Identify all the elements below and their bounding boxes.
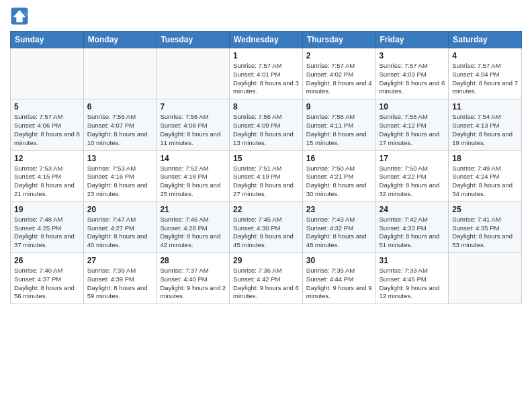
calendar-cell: 16Sunrise: 7:50 AM Sunset: 4:21 PM Dayli… [302, 150, 375, 201]
day-info: Sunrise: 7:42 AM Sunset: 4:33 PM Dayligh… [380, 216, 445, 250]
calendar-cell: 6Sunrise: 7:56 AM Sunset: 4:07 PM Daylig… [83, 99, 157, 150]
day-info: Sunrise: 7:56 AM Sunset: 4:07 PM Dayligh… [87, 113, 153, 147]
calendar-cell: 23Sunrise: 7:43 AM Sunset: 4:32 PM Dayli… [302, 201, 375, 253]
day-info: Sunrise: 7:35 AM Sunset: 4:44 PM Dayligh… [306, 267, 372, 301]
day-number: 10 [380, 102, 445, 111]
calendar-cell: 28Sunrise: 7:37 AM Sunset: 4:40 PM Dayli… [157, 253, 230, 304]
day-number: 27 [87, 256, 153, 265]
calendar-cell: 8Sunrise: 7:56 AM Sunset: 4:09 PM Daylig… [230, 99, 303, 150]
day-number: 24 [380, 205, 445, 214]
calendar-cell: 11Sunrise: 7:54 AM Sunset: 4:13 PM Dayli… [449, 99, 522, 150]
day-info: Sunrise: 7:56 AM Sunset: 4:09 PM Dayligh… [233, 113, 299, 147]
day-number: 11 [452, 102, 518, 111]
calendar-cell [157, 48, 230, 99]
day-number: 1 [233, 51, 299, 60]
day-info: Sunrise: 7:57 AM Sunset: 4:04 PM Dayligh… [452, 62, 518, 96]
calendar-week-row: 12Sunrise: 7:53 AM Sunset: 4:15 PM Dayli… [11, 150, 522, 201]
day-info: Sunrise: 7:57 AM Sunset: 4:02 PM Dayligh… [306, 62, 372, 96]
day-number: 9 [306, 102, 372, 111]
day-number: 12 [14, 154, 80, 163]
day-number: 7 [160, 102, 226, 111]
calendar-cell: 13Sunrise: 7:53 AM Sunset: 4:16 PM Dayli… [83, 150, 157, 201]
day-info: Sunrise: 7:41 AM Sunset: 4:35 PM Dayligh… [452, 216, 518, 250]
calendar-cell [83, 48, 157, 99]
day-info: Sunrise: 7:52 AM Sunset: 4:18 PM Dayligh… [160, 165, 226, 199]
day-info: Sunrise: 7:51 AM Sunset: 4:19 PM Dayligh… [233, 165, 299, 199]
weekday-header-thursday: Thursday [302, 32, 375, 48]
day-info: Sunrise: 7:50 AM Sunset: 4:21 PM Dayligh… [306, 165, 372, 199]
calendar-cell: 17Sunrise: 7:50 AM Sunset: 4:22 PM Dayli… [375, 150, 449, 201]
day-info: Sunrise: 7:57 AM Sunset: 4:06 PM Dayligh… [14, 113, 80, 147]
day-info: Sunrise: 7:37 AM Sunset: 4:40 PM Dayligh… [160, 267, 226, 301]
day-number: 20 [87, 205, 153, 214]
day-info: Sunrise: 7:39 AM Sunset: 4:39 PM Dayligh… [87, 267, 153, 301]
day-number: 26 [14, 256, 80, 265]
weekday-header-monday: Monday [83, 32, 157, 48]
calendar-cell: 18Sunrise: 7:49 AM Sunset: 4:24 PM Dayli… [449, 150, 522, 201]
day-info: Sunrise: 7:50 AM Sunset: 4:22 PM Dayligh… [380, 165, 445, 199]
day-number: 19 [14, 205, 80, 214]
calendar-cell [11, 48, 84, 99]
day-info: Sunrise: 7:46 AM Sunset: 4:28 PM Dayligh… [160, 216, 226, 250]
calendar-cell: 14Sunrise: 7:52 AM Sunset: 4:18 PM Dayli… [157, 150, 230, 201]
calendar-cell: 2Sunrise: 7:57 AM Sunset: 4:02 PM Daylig… [302, 48, 375, 99]
day-info: Sunrise: 7:54 AM Sunset: 4:13 PM Dayligh… [452, 113, 518, 147]
day-number: 8 [233, 102, 299, 111]
calendar-week-row: 19Sunrise: 7:48 AM Sunset: 4:25 PM Dayli… [11, 201, 522, 253]
calendar-cell: 5Sunrise: 7:57 AM Sunset: 4:06 PM Daylig… [11, 99, 84, 150]
day-number: 17 [380, 154, 445, 163]
weekday-header-friday: Friday [375, 32, 449, 48]
calendar-cell: 21Sunrise: 7:46 AM Sunset: 4:28 PM Dayli… [157, 201, 230, 253]
day-number: 16 [306, 154, 372, 163]
day-number: 14 [160, 154, 226, 163]
day-info: Sunrise: 7:40 AM Sunset: 4:37 PM Dayligh… [14, 267, 80, 301]
calendar-cell: 20Sunrise: 7:47 AM Sunset: 4:27 PM Dayli… [83, 201, 157, 253]
day-number: 22 [233, 205, 299, 214]
calendar-week-row: 5Sunrise: 7:57 AM Sunset: 4:06 PM Daylig… [11, 99, 522, 150]
day-number: 30 [306, 256, 372, 265]
page-header [10, 7, 522, 26]
day-number: 4 [452, 51, 518, 60]
calendar-week-row: 26Sunrise: 7:40 AM Sunset: 4:37 PM Dayli… [11, 253, 522, 304]
day-info: Sunrise: 7:33 AM Sunset: 4:45 PM Dayligh… [380, 267, 445, 301]
day-info: Sunrise: 7:49 AM Sunset: 4:24 PM Dayligh… [452, 165, 518, 199]
calendar-cell: 9Sunrise: 7:55 AM Sunset: 4:11 PM Daylig… [302, 99, 375, 150]
calendar-cell: 24Sunrise: 7:42 AM Sunset: 4:33 PM Dayli… [375, 201, 449, 253]
day-number: 15 [233, 154, 299, 163]
day-info: Sunrise: 7:43 AM Sunset: 4:32 PM Dayligh… [306, 216, 372, 250]
weekday-header-row: SundayMondayTuesdayWednesdayThursdayFrid… [11, 32, 522, 48]
day-number: 5 [14, 102, 80, 111]
day-number: 21 [160, 205, 226, 214]
day-number: 29 [233, 256, 299, 265]
calendar-table: SundayMondayTuesdayWednesdayThursdayFrid… [10, 31, 522, 304]
calendar-cell: 31Sunrise: 7:33 AM Sunset: 4:45 PM Dayli… [375, 253, 449, 304]
weekday-header-sunday: Sunday [11, 32, 84, 48]
calendar-cell: 30Sunrise: 7:35 AM Sunset: 4:44 PM Dayli… [302, 253, 375, 304]
calendar-cell: 1Sunrise: 7:57 AM Sunset: 4:01 PM Daylig… [230, 48, 303, 99]
day-number: 28 [160, 256, 226, 265]
calendar-cell: 22Sunrise: 7:45 AM Sunset: 4:30 PM Dayli… [230, 201, 303, 253]
day-info: Sunrise: 7:45 AM Sunset: 4:30 PM Dayligh… [233, 216, 299, 250]
calendar-cell: 29Sunrise: 7:36 AM Sunset: 4:42 PM Dayli… [230, 253, 303, 304]
day-number: 6 [87, 102, 153, 111]
calendar-cell: 7Sunrise: 7:56 AM Sunset: 4:08 PM Daylig… [157, 99, 230, 150]
calendar-cell: 15Sunrise: 7:51 AM Sunset: 4:19 PM Dayli… [230, 150, 303, 201]
weekday-header-wednesday: Wednesday [230, 32, 303, 48]
day-info: Sunrise: 7:56 AM Sunset: 4:08 PM Dayligh… [160, 113, 226, 147]
day-number: 3 [380, 51, 445, 60]
logo-icon [10, 7, 29, 26]
day-info: Sunrise: 7:53 AM Sunset: 4:16 PM Dayligh… [87, 165, 153, 199]
calendar-cell: 12Sunrise: 7:53 AM Sunset: 4:15 PM Dayli… [11, 150, 84, 201]
day-number: 25 [452, 205, 518, 214]
day-info: Sunrise: 7:47 AM Sunset: 4:27 PM Dayligh… [87, 216, 153, 250]
day-number: 23 [306, 205, 372, 214]
day-number: 18 [452, 154, 518, 163]
day-info: Sunrise: 7:57 AM Sunset: 4:01 PM Dayligh… [233, 62, 299, 96]
weekday-header-tuesday: Tuesday [157, 32, 230, 48]
day-number: 2 [306, 51, 372, 60]
day-info: Sunrise: 7:36 AM Sunset: 4:42 PM Dayligh… [233, 267, 299, 301]
calendar-cell: 19Sunrise: 7:48 AM Sunset: 4:25 PM Dayli… [11, 201, 84, 253]
calendar-cell [449, 253, 522, 304]
day-number: 31 [380, 256, 445, 265]
day-number: 13 [87, 154, 153, 163]
